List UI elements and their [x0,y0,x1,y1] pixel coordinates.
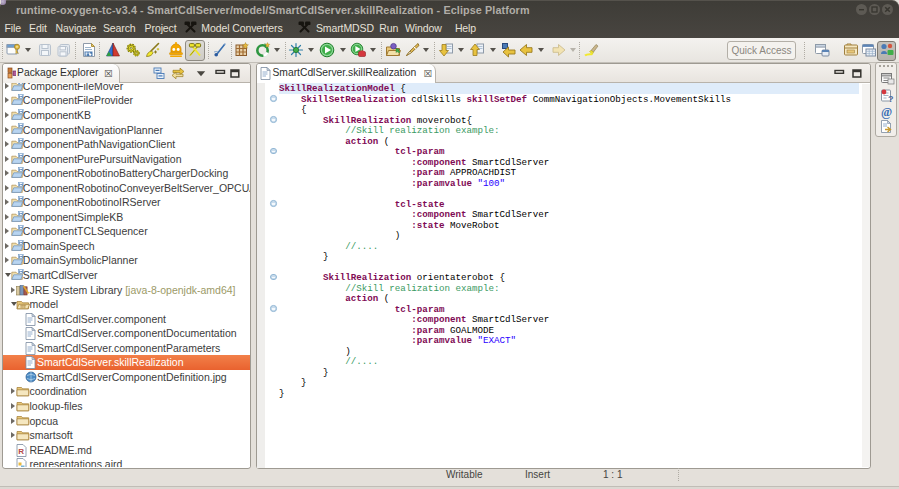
svg-text:R: R [18,447,24,456]
svg-text:?: ? [888,94,894,104]
